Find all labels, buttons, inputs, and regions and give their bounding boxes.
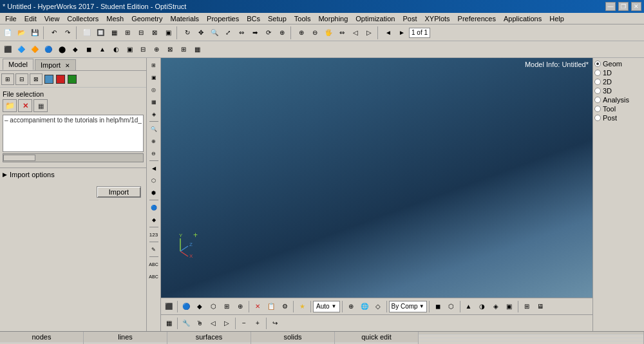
view-btn7[interactable]: ▣ [162,26,175,39]
rotate2-btn[interactable]: ⟳ [262,26,275,39]
side-btn1[interactable]: ⊞ [148,59,160,71]
lp-btn3[interactable]: ⊠ [30,73,43,85]
side-btn2[interactable]: ▣ [148,72,160,83]
side-btn7[interactable]: ⊕ [148,135,160,147]
page-next[interactable]: ► [395,26,408,39]
vp-tb-select[interactable]: ⬛ [162,300,175,313]
side-btn4[interactable]: ▦ [148,96,160,108]
maximize-button[interactable]: ❐ [618,2,629,11]
menu-bcs[interactable]: BCs [243,14,264,23]
tb2-btn7[interactable]: ◼ [82,43,95,56]
radio-analysis[interactable]: Analysis [594,95,643,104]
vp-tb-shading[interactable]: ▲ [462,300,475,313]
menu-edit[interactable]: Edit [21,14,41,23]
tb2-btn11[interactable]: ⊟ [137,43,149,56]
vp-tb-settings[interactable]: ⚙ [278,300,291,313]
hand-btn[interactable]: 🖐 [322,26,335,39]
col-nodes-header[interactable]: nodes [0,332,83,343]
side-btn8[interactable]: ⊖ [148,148,160,159]
vp-tb-clip[interactable]: ▣ [503,300,516,313]
view-btn3[interactable]: ▦ [108,26,120,39]
file-open-btn[interactable]: 📁 [3,99,17,112]
radio-2d[interactable]: 2D [594,77,643,86]
vp-tb-star[interactable]: ★ [296,300,308,313]
menu-materials[interactable]: Materials [166,14,203,23]
import-button[interactable]: Import [97,186,141,198]
col-lines-header[interactable]: lines [84,332,167,343]
vp-tb-screen[interactable]: 🖥 [534,300,547,313]
open-button[interactable]: 📂 [15,26,28,39]
view-btn5[interactable]: ⊟ [135,26,147,39]
file-clear-btn[interactable]: ✕ [18,99,32,112]
tab-model[interactable]: Model [3,59,33,70]
zoom-out-btn[interactable]: ⊖ [308,26,321,39]
back-btn[interactable]: ◁ [349,26,362,39]
side-btn12[interactable]: 🔵 [148,202,160,213]
tb2-btn5[interactable]: ⬤ [55,43,68,56]
vp-tb2-plus[interactable]: + [251,317,264,330]
view-btn2[interactable]: 🔲 [94,26,107,39]
save-button[interactable]: 💾 [28,26,41,39]
tb2-btn13[interactable]: ⊠ [164,43,176,56]
radio-tool[interactable]: Tool [594,104,643,113]
view-btn4[interactable]: ⊞ [121,26,134,39]
menu-collectors[interactable]: Collectors [63,14,102,23]
zoom-btn[interactable]: 🔍 [208,26,221,39]
tb2-btn4[interactable]: 🔵 [42,43,55,56]
menu-tools[interactable]: Tools [290,14,315,23]
col-quickedit-header[interactable]: quick edit [335,332,418,343]
vp-tb2-arrow-r[interactable]: ▷ [220,317,233,330]
vp-tb2-grid[interactable]: ▦ [162,317,175,330]
vp-tb-point[interactable]: ⊕ [234,300,247,313]
by-comp-dropdown[interactable]: By Comp ▼ [389,301,427,312]
vp-tb-globe[interactable]: 🌐 [358,300,371,313]
radio-3d[interactable]: 3D [594,86,643,95]
menu-preferences[interactable]: Preferences [454,14,500,23]
col-solids-header[interactable]: solids [251,332,334,343]
vp-tb2-mouse[interactable]: 🖱 [193,317,206,330]
vp-tb-delete[interactable]: ✕ [251,300,264,313]
tb2-btn3[interactable]: 🔶 [28,43,41,56]
fit-btn[interactable]: ⤢ [222,26,234,39]
tb2-btn1[interactable]: ⬛ [1,43,14,56]
vp-tb-cube2[interactable]: ◼ [431,300,444,313]
radio-geom[interactable]: Geom [594,59,643,68]
vp-tb2-curve[interactable]: ↪ [269,317,281,330]
radio-1d[interactable]: 1D [594,68,643,77]
side-btn11[interactable]: ⬢ [148,187,160,198]
flip-btn[interactable]: ⇔ [235,26,248,39]
page-prev[interactable]: ◄ [382,26,395,39]
tb2-btn12[interactable]: ⊕ [150,43,163,56]
zoom-in-btn[interactable]: ⊕ [295,26,308,39]
vp-tb2-minus[interactable]: − [238,317,251,330]
tb2-btn8[interactable]: ▲ [96,43,109,56]
side-btn9[interactable]: ◀ [148,162,160,174]
side-btn10[interactable]: ⬡ [148,175,160,186]
auto-dropdown[interactable]: Auto ▼ [313,301,340,312]
side-btn14[interactable]: 123 [148,229,160,240]
close-button[interactable]: ✕ [631,2,641,11]
menu-help[interactable]: Help [545,14,568,23]
menu-mesh[interactable]: Mesh [102,14,128,23]
menu-properties[interactable]: Properties [203,14,243,23]
cursor-btn[interactable]: ⊕ [276,26,289,39]
vp-tb-material[interactable]: ◈ [489,300,502,313]
side-btn5[interactable]: ◈ [148,108,160,120]
vp-tb-mesh[interactable]: ⊞ [220,300,233,313]
tb2-btn10[interactable]: ▣ [123,43,136,56]
menu-post[interactable]: Post [399,14,421,23]
vp-tb-light[interactable]: ◑ [476,300,489,313]
menu-geometry[interactable]: Geometry [128,14,166,23]
side-btn6[interactable]: 🔍 [148,123,160,135]
menu-file[interactable]: File [1,14,21,23]
home-btn[interactable]: ⇔ [336,26,348,39]
arrow-btn[interactable]: ➡ [249,26,261,39]
tb2-btn2[interactable]: 🔷 [15,43,28,56]
tb2-btn9[interactable]: ◐ [109,43,122,56]
undo-button[interactable]: ↶ [48,26,61,39]
vp-tb-cursor[interactable]: ⊕ [345,300,357,313]
file-scrollbar[interactable] [3,153,144,162]
view-btn6[interactable]: ⊠ [148,26,161,39]
new-button[interactable]: 📄 [1,26,14,39]
col-surfaces-header[interactable]: surfaces [167,332,251,343]
